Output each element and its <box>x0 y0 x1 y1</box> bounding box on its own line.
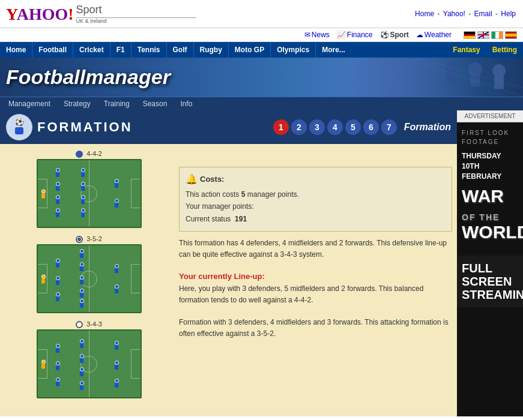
svg-rect-9 <box>15 127 23 134</box>
content-wrapper: ⚽ FORMATION 1 2 3 4 5 6 7 Formation <box>0 110 523 416</box>
desc-343: Formation with 3 defenders, 4 midfielder… <box>179 317 452 340</box>
step-7[interactable]: 7 <box>381 119 397 135</box>
pitch-343 <box>37 329 142 398</box>
player-mid3-442 <box>81 195 85 204</box>
nav-more[interactable]: More... <box>316 42 351 58</box>
flag-es[interactable] <box>505 31 517 39</box>
formation-title: FORMATION <box>37 119 273 135</box>
nav-tennis[interactable]: Tennis <box>132 42 167 58</box>
nav-golf[interactable]: Golf <box>167 42 194 58</box>
costs-box: 🔔 Costs: This action costs 5 manager poi… <box>179 167 452 232</box>
finance-icon: 📈 <box>337 31 346 39</box>
top-bar: YAHOO! Sport UK & Ireland Home - Yahoo! … <box>0 0 523 28</box>
step-6[interactable]: 6 <box>363 119 379 135</box>
radio-442[interactable] <box>76 151 83 158</box>
fm-subnav: Management Strategy Training Season Info <box>0 97 523 110</box>
current-lineup-label: Your currently Line-up: <box>179 272 452 281</box>
ad-label: ADVERTISEMENT <box>457 110 523 122</box>
costs-title: 🔔 Costs: <box>186 173 446 185</box>
pitch-442 <box>37 159 142 228</box>
costs-icon: 🔔 <box>186 173 198 185</box>
ad-full-screen: FULLSCREENSTREAMING <box>462 262 518 301</box>
secondary-sport[interactable]: ⚽ Sport <box>380 31 409 39</box>
secondary-finance[interactable]: 📈 Finance <box>337 31 373 39</box>
desc-343-text: Formation with 3 defenders, 4 midfielder… <box>179 317 452 340</box>
step-5[interactable]: 5 <box>345 119 361 135</box>
costs-points: 5 <box>241 190 246 199</box>
secondary-weather[interactable]: ☁ Weather <box>416 31 452 39</box>
fm-nav-info[interactable]: Info <box>180 100 192 108</box>
desc-442: This formation has 4 defenders, 4 midfie… <box>179 238 452 260</box>
fm-banner: Footballmanager <box>0 58 523 97</box>
desc-352-text: Here, you play with 3 defenders, 5 midfi… <box>179 283 452 306</box>
formation-352-label[interactable]: 3-5-2 <box>5 235 173 243</box>
mascot-icon: ⚽ <box>6 114 32 140</box>
nav-home[interactable]: Home <box>0 42 32 58</box>
step-3[interactable]: 3 <box>309 119 325 135</box>
step-4[interactable]: 4 <box>327 119 343 135</box>
formation-item-442: 4-4-2 <box>5 150 173 228</box>
nav-cricket[interactable]: Cricket <box>73 42 110 58</box>
top-link-home[interactable]: Home <box>415 10 434 18</box>
secondary-nav: ✉ News 📈 Finance ⚽ Sport ☁ Weather <box>0 28 523 42</box>
radio-343[interactable] <box>76 321 83 328</box>
ad-area[interactable]: FIRST LOOKFOOTAGE THURSDAY10THFEBRUARY W… <box>457 122 523 416</box>
costs-unit: manager points. <box>247 190 299 199</box>
fm-nav-season[interactable]: Season <box>143 100 168 108</box>
right-panel: 🔔 Costs: This action costs 5 manager poi… <box>179 150 452 406</box>
sport-icon: ⚽ <box>380 31 389 39</box>
secondary-news[interactable]: ✉ News <box>304 31 330 39</box>
top-link-email[interactable]: Email <box>474 10 492 18</box>
nav-betting[interactable]: Betting <box>486 42 523 58</box>
ad-first-look: FIRST LOOKFOOTAGE <box>462 128 518 146</box>
player-def1-442 <box>56 168 60 177</box>
formation-item-352: 3-5-2 <box>5 235 173 313</box>
sidebar: ADVERTISEMENT FIRST LOOKFOOTAGE THURSDAY… <box>457 110 523 416</box>
sport-label: Sport <box>76 4 102 16</box>
logo-sub: UK & Ireland <box>76 18 196 24</box>
flag-de[interactable] <box>464 31 476 39</box>
step-indicators: 1 2 3 4 5 6 7 Formation <box>273 119 451 135</box>
nav-fantasy[interactable]: Fantasy <box>447 42 486 58</box>
main-nav: Home Football Cricket F1 Tennis Golf Rug… <box>0 42 523 58</box>
main-content: ⚽ FORMATION 1 2 3 4 5 6 7 Formation <box>0 110 457 416</box>
flag-ie[interactable] <box>491 31 503 39</box>
pitch-352 <box>37 244 142 313</box>
player-def3-442 <box>56 195 60 204</box>
top-link-help[interactable]: Help <box>501 10 516 18</box>
top-link-yahoo[interactable]: Yahoo! <box>443 10 465 18</box>
nav-olympics[interactable]: Olympics <box>271 42 316 58</box>
player-fwd1-442 <box>115 179 119 188</box>
player-gk-442 <box>41 189 46 198</box>
fm-nav-strategy[interactable]: Strategy <box>64 100 91 108</box>
logo-area: YAHOO! Sport UK & Ireland <box>6 4 196 24</box>
news-icon: ✉ <box>304 31 310 39</box>
formation-header: ⚽ FORMATION 1 2 3 4 5 6 7 Formation <box>0 110 457 144</box>
player-mid2-442 <box>81 182 85 191</box>
formation-mascot: ⚽ <box>6 114 32 140</box>
player-def4-442 <box>56 208 60 217</box>
flag-gb[interactable] <box>477 31 489 39</box>
step-2[interactable]: 2 <box>291 119 307 135</box>
step-1[interactable]: 1 <box>273 119 289 135</box>
left-panel: 4-4-2 <box>5 150 173 406</box>
ad-date: THURSDAY10THFEBRUARY <box>462 151 518 181</box>
fm-nav-management[interactable]: Management <box>8 100 50 108</box>
formation-442-label[interactable]: 4-4-2 <box>5 150 173 158</box>
svg-rect-5 <box>494 76 504 89</box>
nav-motogp[interactable]: Moto GP <box>229 42 271 58</box>
nav-rugby[interactable]: Rugby <box>194 42 229 58</box>
fm-nav-training[interactable]: Training <box>104 100 130 108</box>
desc-442-text: This formation has 4 defenders, 4 midfie… <box>179 238 452 260</box>
nav-football[interactable]: Football <box>32 42 73 58</box>
svg-point-4 <box>492 64 506 77</box>
radio-352[interactable] <box>76 236 83 243</box>
player-def2-442 <box>56 182 60 191</box>
formation-343-label[interactable]: 3-4-3 <box>5 320 173 328</box>
top-links: Home - Yahoo! - Email - Help <box>414 10 517 18</box>
costs-description: This action costs 5 manager points. Your… <box>186 188 446 225</box>
svg-text:⚽: ⚽ <box>15 118 24 127</box>
nav-f1[interactable]: F1 <box>110 42 132 58</box>
player-fwd2-442 <box>115 199 119 208</box>
ad-main-title: WAROF THEWORLDS <box>462 187 518 241</box>
